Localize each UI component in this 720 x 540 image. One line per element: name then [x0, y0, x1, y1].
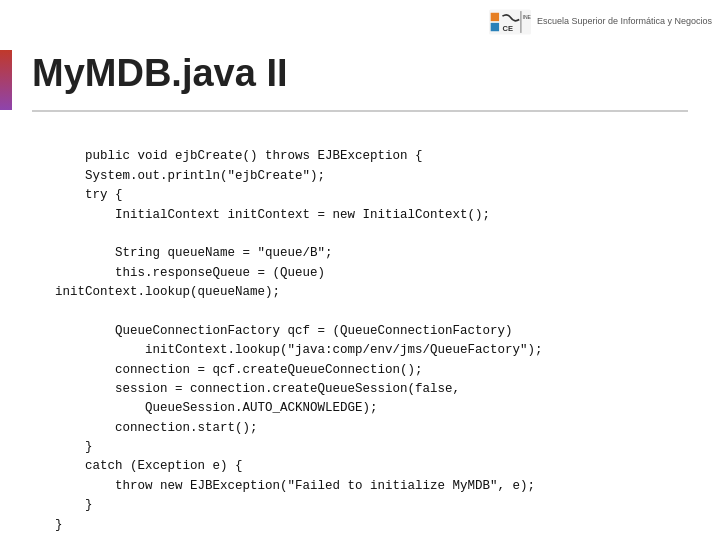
- svg-rect-2: [491, 23, 499, 31]
- logo-text: Escuela Superior de Informática y Negoci…: [537, 16, 712, 28]
- accent-bar: [0, 50, 12, 110]
- logo-icon: CE INE: [489, 8, 531, 36]
- code-block: public void ejbCreate() throws EJBExcept…: [55, 128, 690, 540]
- title-divider: [32, 110, 688, 112]
- svg-rect-1: [491, 13, 499, 21]
- slide: CE INE Escuela Superior de Informática y…: [0, 0, 720, 540]
- logo-area: CE INE Escuela Superior de Informática y…: [489, 8, 712, 36]
- code-content: public void ejbCreate() throws EJBExcept…: [55, 149, 543, 531]
- svg-text:INE: INE: [523, 14, 531, 20]
- svg-text:CE: CE: [502, 24, 512, 33]
- page-title: MyMDB.java II: [32, 52, 288, 95]
